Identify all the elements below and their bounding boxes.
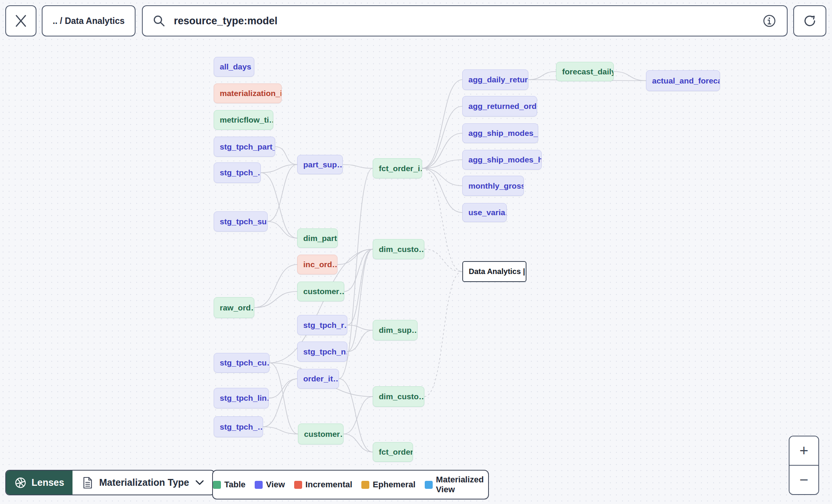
edge-stg_tpch_part-to-part_sup [275,147,297,165]
chevron-down-icon [195,480,204,486]
edge-fct_order_items-to-monthly_gross [422,169,462,186]
lenses-aperture-icon [14,477,27,489]
node-materialization[interactable]: materialization_i… [214,83,282,103]
node-data_analytics[interactable]: Data Analytics | … [462,261,526,282]
materialization-legend: TableViewIncrementalEphemeralMaterialize… [212,470,489,499]
edge-forecast_daily-to-actual_and [614,72,646,81]
lenses-button[interactable]: Lenses [6,471,72,495]
node-monthly_gross[interactable]: monthly_gross… [462,176,524,196]
document-icon [82,477,93,489]
refresh-icon [802,13,818,28]
legend-swatch [213,481,221,489]
refresh-button[interactable] [793,5,826,36]
node-metricflow[interactable]: metricflow_ti… [214,110,273,130]
legend-swatch [361,481,369,489]
edge-stg_tpch_2-to-customer_2 [263,427,298,434]
info-icon[interactable] [762,13,777,28]
legend-swatch [294,481,302,489]
node-customer_1[interactable]: customer… [297,282,344,301]
edge-inc_ord-to-dim_custo_1 [337,249,373,265]
node-inc_ord[interactable]: inc_ord… [297,255,337,274]
node-stg_tpch_n[interactable]: stg_tpch_n… [297,342,347,362]
node-agg_returned[interactable]: agg_returned_orde… [462,96,537,117]
legend-swatch [425,481,433,489]
close-button[interactable] [5,5,36,36]
node-part_sup[interactable]: part_sup… [297,155,343,174]
node-forecast_daily[interactable]: forecast_daily… [556,62,614,81]
node-dim_sup[interactable]: dim_sup… [373,320,418,340]
node-stg_tpch_2[interactable]: stg_tpch_… [214,416,263,437]
node-dim_parts[interactable]: dim_parts [297,228,338,248]
node-stg_tpch_su[interactable]: stg_tpch_su… [214,211,268,232]
legend-label: Materialized View [436,475,488,495]
edge-order_it-to-fct_orders [339,379,373,452]
edge-customer_2-to-dim_custo_2 [344,397,373,434]
edge-fct_order_items-to-agg_daily [422,80,462,169]
edge-stg_tpch_1-to-part_sup [261,165,297,173]
node-all_days[interactable]: all_days [214,57,254,77]
node-use_varia[interactable]: use_varia… [462,203,507,222]
legend-item-incremental: Incremental [294,480,353,490]
lenses-control: Lenses Materialization Type [5,470,215,495]
lenses-button-label: Lenses [32,477,64,488]
legend-label: View [266,480,285,490]
node-dim_custo_2[interactable]: dim_custo… [373,386,424,407]
legend-label: Incremental [306,480,353,490]
zoom-in-button[interactable]: + [789,436,818,465]
node-stg_tpch_lin[interactable]: stg_tpch_lin… [214,388,269,408]
node-fct_order_items[interactable]: fct_order_i… [373,158,422,178]
edge-stg_tpch_r-to-dim_sup [347,325,373,331]
breadcrumb[interactable]: .. / Data Analytics [42,5,136,36]
node-customer_2[interactable]: customer… [298,424,344,444]
node-agg_ship_d[interactable]: agg_ship_modes_d… [462,123,538,143]
zoom-controls: + − [789,436,819,495]
legend-label: Table [224,480,246,490]
node-dim_custo_1[interactable]: dim_custo… [373,239,424,259]
node-order_it[interactable]: order_it… [297,369,339,389]
node-agg_ship_ha[interactable]: agg_ship_modes_ha… [462,150,542,170]
edge-stg_tpch_n-to-dim_custo_1 [347,249,373,352]
edge-fct_order_items-to-agg_ship_d [422,133,462,169]
node-stg_tpch_part[interactable]: stg_tpch_part_… [214,137,275,157]
edge-customer_2-to-fct_orders [344,434,373,452]
legend-swatch [255,481,263,489]
edge-raw_ord-to-customer_1 [254,291,297,308]
edge-part_sup-to-fct_order_items [343,165,373,169]
node-fct_orders[interactable]: fct_orders [373,442,413,462]
edge-dim_custo_1-to-data_analytics [424,249,462,272]
legend-label: Ephemeral [373,480,416,490]
lens-select-value: Materialization Type [99,477,189,488]
search-icon [153,14,165,27]
node-stg_tpch_1[interactable]: stg_tpch_… [214,162,261,183]
legend-item-view: View [255,480,285,490]
edge-agg_daily-to-forecast_daily [528,72,556,80]
node-agg_daily[interactable]: agg_daily_retur… [462,69,528,90]
edge-stg_tpch_su-to-dim_parts [268,222,297,238]
edge-fct_order_items-to-agg_ship_ha [422,160,462,169]
edge-dim_custo_2-to-data_analytics [424,272,462,397]
node-stg_tpch_r[interactable]: stg_tpch_r… [297,315,347,335]
node-stg_tpch_cu[interactable]: stg_tpch_cu… [214,353,269,373]
node-raw_ord[interactable]: raw_ord… [214,297,254,318]
edge-stg_tpch_cu-to-customer_2 [269,363,298,434]
legend-item-ephemeral: Ephemeral [361,480,416,490]
legend-item-materialized-view: Materialized View [425,475,488,495]
edge-fct_order_items-to-agg_returned [422,106,462,169]
edge-raw_ord-to-inc_ord [254,265,297,308]
search-bar[interactable] [142,5,788,36]
edge-customer_1-to-dim_custo_1 [344,249,373,292]
close-icon [14,14,27,27]
node-actual_and[interactable]: actual_and_foreca… [646,70,720,91]
edge-stg_tpch_su-to-part_sup [268,165,297,222]
zoom-out-button[interactable]: − [789,465,818,494]
lineage-app: all_daysmaterialization_i…metricflow_ti…… [0,0,832,504]
edge-stg_tpch_lin-to-order_it [269,379,297,398]
lens-select[interactable]: Materialization Type [72,471,214,495]
edge-stg_tpch_r-to-dim_custo_1 [347,249,373,325]
search-input[interactable] [173,15,754,27]
edge-fct_order_items-to-use_varia [422,169,462,213]
edge-fct_order_items-to-data_analytics [422,169,462,272]
breadcrumb-label: .. / Data Analytics [53,16,125,26]
edge-stg_tpch_n-to-dim_sup [347,330,373,352]
lineage-canvas[interactable]: all_daysmaterialization_i…metricflow_ti…… [0,0,832,504]
